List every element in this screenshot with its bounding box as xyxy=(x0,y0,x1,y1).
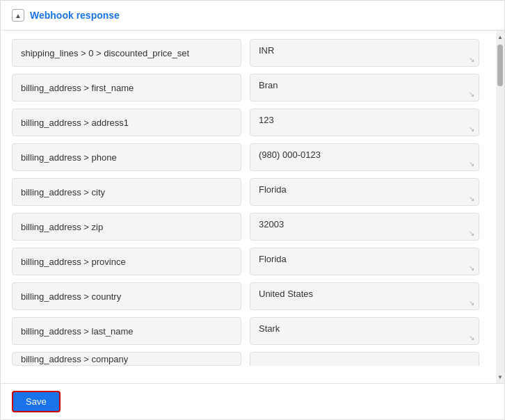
field-value: Florida xyxy=(250,248,479,275)
content-area: shipping_lines > 0 > discounted_price_se… xyxy=(1,31,504,383)
table-row: billing_address > cityFlorida xyxy=(12,178,479,206)
scrollbar-track: ▲ ▼ xyxy=(496,31,504,383)
field-label: billing_address > first_name xyxy=(12,74,241,102)
field-label: billing_address > last_name xyxy=(12,317,241,345)
save-button[interactable]: Save xyxy=(12,391,61,412)
table-row: billing_address > first_nameBran xyxy=(12,74,479,102)
scrollbar-down-button[interactable]: ▼ xyxy=(496,372,504,382)
collapse-toggle[interactable]: ▲ xyxy=(12,9,24,22)
scrollbar-thumb[interactable] xyxy=(497,45,503,86)
table-row: billing_address > phone(980) 000-0123 xyxy=(12,143,479,171)
field-label: billing_address > province xyxy=(12,248,241,275)
field-label: billing_address > address1 xyxy=(12,108,241,136)
panel-header: ▲ Webhook response xyxy=(1,1,504,31)
field-value-partial xyxy=(250,352,479,366)
field-label: billing_address > zip xyxy=(12,213,241,241)
rows-container: shipping_lines > 0 > discounted_price_se… xyxy=(1,31,496,383)
field-value: 32003 xyxy=(250,213,479,241)
field-value: Florida xyxy=(250,178,479,206)
table-row-partial: billing_address > company xyxy=(12,352,479,366)
table-row: shipping_lines > 0 > discounted_price_se… xyxy=(12,39,479,67)
field-value: Bran xyxy=(250,74,479,102)
panel-footer: Save xyxy=(1,383,504,419)
table-row: billing_address > zip32003 xyxy=(12,213,479,241)
field-value: Stark xyxy=(250,317,479,345)
field-value: 123 xyxy=(250,108,479,136)
field-value: INR xyxy=(250,39,479,67)
field-label: billing_address > city xyxy=(12,178,241,206)
field-value: United States xyxy=(250,282,479,310)
field-label: billing_address > phone xyxy=(12,143,241,171)
table-row: billing_address > provinceFlorida xyxy=(12,248,479,275)
field-value: (980) 000-0123 xyxy=(250,143,479,171)
table-row: billing_address > last_nameStark xyxy=(12,317,479,345)
table-row: billing_address > address1123 xyxy=(12,108,479,136)
scrollbar-up-button[interactable]: ▲ xyxy=(496,32,504,42)
field-label-partial: billing_address > company xyxy=(12,352,241,366)
webhook-response-panel: ▲ Webhook response shipping_lines > 0 > … xyxy=(0,0,505,420)
field-label: billing_address > country xyxy=(12,282,241,310)
panel-title: Webhook response xyxy=(30,10,120,21)
table-row: billing_address > countryUnited States xyxy=(12,282,479,310)
field-label: shipping_lines > 0 > discounted_price_se… xyxy=(12,39,241,67)
